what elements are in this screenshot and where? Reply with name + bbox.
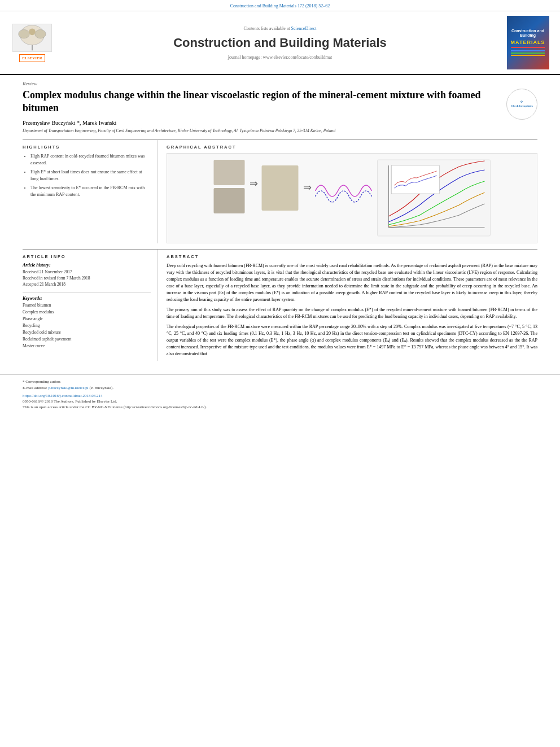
highlights-list: High RAP content in cold-recycled foamed… [23, 153, 151, 198]
keyword-2: Complex modulus [23, 309, 151, 316]
keyword-4: Recycling [23, 322, 151, 329]
keywords-section: Keywords: Foamed bitumen Complex modulus… [23, 296, 151, 350]
history-label: Article history: [23, 263, 151, 268]
keyword-7: Master curve [23, 343, 151, 350]
elsevier-logo-area: ELSEVIER [7, 16, 58, 69]
graphical-abstract-col: GRAPHICAL ABSTRACT ⇒ ⇒ [167, 140, 537, 243]
elsevier-brand-label: ELSEVIER [19, 54, 45, 62]
svg-rect-8 [262, 165, 299, 211]
highlights-header: HIGHLIGHTS [23, 145, 151, 150]
journal-title-area: Contents lists available at ScienceDirec… [63, 16, 497, 69]
issn-line: 0950-0618/© 2018 The Authors. Published … [23, 399, 537, 404]
accepted-date: Accepted 21 March 2018 [23, 281, 151, 287]
article-info-col: ARTICLE INFO Article history: Received 2… [23, 250, 158, 361]
svg-rect-5 [214, 160, 245, 185]
article-history: Article history: Received 21 November 20… [23, 263, 151, 288]
license-line: This is an open access article under the… [23, 405, 537, 409]
license-text: This is an open access article under the… [23, 405, 207, 409]
authors-line: Przemysław Buczyński *, Marek Iwański [23, 120, 537, 126]
keyword-1: Foamed bitumen [23, 302, 151, 309]
author-names: Przemysław Buczyński *, Marek Iwański [23, 120, 116, 126]
keyword-5: Recycled cold mixture [23, 329, 151, 336]
received-date: Received 21 November 2017 [23, 269, 151, 275]
page: Construction and Building Materials 172 … [0, 0, 560, 747]
graphical-abstract-image: ⇒ ⇒ [167, 153, 537, 243]
abstract-paragraph-1: Deep cold recycling with foamed bitumen … [167, 263, 537, 303]
keyword-3: Phase angle [23, 316, 151, 322]
article-info-header: ARTICLE INFO [23, 254, 151, 259]
svg-point-3 [35, 29, 46, 38]
abstract-header: ABSTRACT [167, 254, 537, 259]
svg-point-2 [19, 29, 29, 38]
svg-rect-6 [214, 188, 245, 213]
doi-line: https://doi.org/10.1016/j.conbuildmat.20… [23, 394, 537, 398]
svg-text:⇒: ⇒ [303, 182, 312, 193]
abstract-col: ABSTRACT Deep cold recycling with foamed… [167, 250, 537, 361]
email-label: E-mail address: [23, 386, 47, 390]
svg-rect-13 [392, 165, 440, 194]
journal-ref-text: Construction and Building Materials 172 … [230, 3, 330, 8]
keyword-6: Reclaimed asphalt pavement [23, 336, 151, 343]
sciencedirect-anchor[interactable]: ScienceDirect [291, 26, 317, 31]
affiliation-text: Department of Transportation Engineering… [23, 128, 537, 134]
article-section-label: Review [23, 81, 537, 86]
footer-section: * Corresponding author. E-mail address: … [0, 374, 560, 414]
doi-link[interactable]: https://doi.org/10.1016/j.conbuildmat.20… [23, 394, 102, 398]
highlights-col: HIGHLIGHTS High RAP content in cold-recy… [23, 140, 158, 243]
check-updates-badge: ⟳ Check for updates [506, 89, 537, 120]
journal-cover-image: Construction and Building MATERIALS [502, 16, 553, 69]
article-title-text: Complex modulus change within the linear… [23, 89, 480, 113]
main-content-area: Review Complex modulus change within the… [0, 75, 560, 372]
article-info-abstract-section: ARTICLE INFO Article history: Received 2… [23, 249, 537, 361]
corresponding-note: * Corresponding author. [23, 379, 537, 384]
journal-cover-box: Construction and Building MATERIALS [507, 16, 549, 69]
info-divider [23, 292, 151, 292]
abstract-text: Deep cold recycling with foamed bitumen … [167, 263, 537, 357]
journal-reference: Construction and Building Materials 172 … [0, 0, 560, 11]
revised-date: Received in revised form 7 March 2018 [23, 275, 151, 281]
article-title-container: Complex modulus change within the linear… [23, 89, 537, 115]
svg-text:⇒: ⇒ [250, 178, 258, 189]
email-line: E-mail address: p.buczynski@tu.kielce.pl… [23, 386, 537, 390]
keywords-label: Keywords: [23, 296, 151, 301]
journal-main-title: Construction and Building Materials [173, 36, 387, 50]
elsevier-tree-logo [12, 24, 52, 52]
highlight-item-1: High RAP content in cold-recycled foamed… [30, 153, 151, 167]
journal-homepage-link: journal homepage: www.elsevier.com/locat… [228, 55, 332, 60]
sciencedirect-link[interactable]: Contents lists available at ScienceDirec… [244, 26, 317, 31]
graphical-abstract-svg: ⇒ ⇒ [167, 154, 537, 242]
email-link[interactable]: p.buczynski@tu.kielce.pl [49, 386, 89, 390]
highlight-item-3: The lowest sensitivity to E* occurred in… [30, 185, 151, 198]
highlight-item-2: High E* at short load times does not ens… [30, 169, 151, 182]
abstract-paragraph-3: The rheological properties of the FB-RCM… [167, 324, 537, 357]
graphical-abstract-header: GRAPHICAL ABSTRACT [167, 145, 537, 150]
svg-point-4 [29, 28, 36, 35]
journal-header: ELSEVIER Contents lists available at Sci… [0, 11, 560, 75]
highlights-graphical-section: HIGHLIGHTS High RAP content in cold-recy… [23, 139, 537, 243]
email-suffix: (P. Buczyński). [89, 386, 113, 390]
abstract-paragraph-2: The primary aim of this study was to ass… [167, 307, 537, 320]
